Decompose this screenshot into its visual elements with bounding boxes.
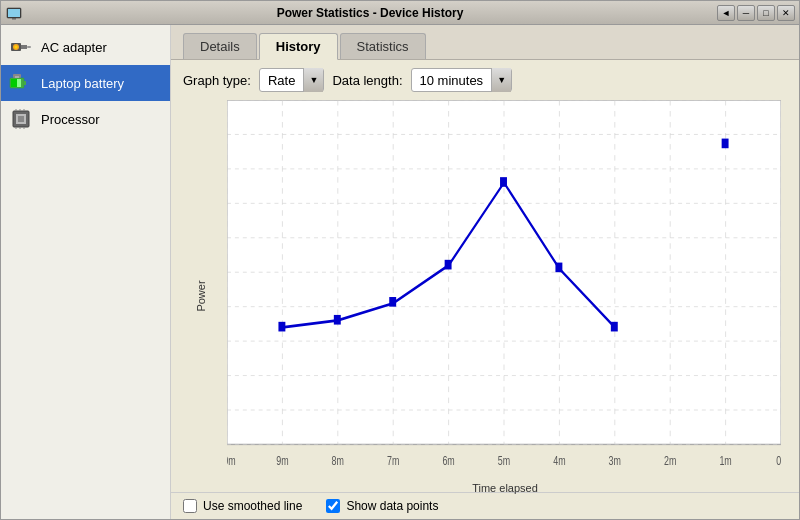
- tab-statistics[interactable]: Statistics: [340, 33, 426, 59]
- svg-text:8m: 8m: [332, 454, 344, 468]
- ac-adapter-icon: [9, 35, 33, 59]
- show-data-points-checkbox[interactable]: [326, 499, 340, 513]
- svg-rect-9: [24, 81, 26, 85]
- graph-type-label: Graph type:: [183, 73, 251, 88]
- sidebar-item-ac-adapter[interactable]: AC adapter: [1, 29, 170, 65]
- sidebar-item-laptop-battery[interactable]: Laptop battery: [1, 65, 170, 101]
- smoothed-line-label: Use smoothed line: [203, 499, 302, 513]
- svg-text:5m: 5m: [498, 454, 510, 468]
- svg-rect-5: [27, 46, 31, 48]
- app-icon: [5, 5, 23, 21]
- svg-rect-70: [389, 297, 396, 307]
- svg-rect-68: [278, 322, 285, 332]
- data-length-dropdown[interactable]: 10 minutes ▼: [411, 68, 513, 92]
- x-axis-label: Time elapsed: [472, 482, 538, 494]
- processor-icon: [9, 107, 33, 131]
- graph-type-dropdown[interactable]: Rate ▼: [259, 68, 324, 92]
- svg-rect-1: [8, 9, 20, 17]
- svg-text:9m: 9m: [276, 454, 288, 468]
- svg-text:6m: 6m: [442, 454, 454, 468]
- window-title: Power Statistics - Device History: [23, 6, 717, 20]
- tab-history[interactable]: History: [259, 33, 338, 60]
- svg-rect-11: [11, 79, 17, 87]
- sidebar-item-processor[interactable]: Processor: [1, 101, 170, 137]
- graph-area: Power Time elapsed: [183, 100, 787, 492]
- svg-text:2m: 2m: [664, 454, 676, 468]
- tab-bar: Details History Statistics: [171, 25, 799, 60]
- graph-container: Power Time elapsed: [171, 100, 799, 492]
- svg-rect-72: [500, 177, 507, 187]
- sidebar-item-processor-label: Processor: [41, 112, 100, 127]
- show-data-points-label: Show data points: [346, 499, 438, 513]
- svg-text:4m: 4m: [553, 454, 565, 468]
- svg-rect-73: [555, 263, 562, 273]
- back-button[interactable]: ◄: [717, 5, 735, 21]
- svg-rect-74: [611, 322, 618, 332]
- main-panel: Details History Statistics Graph type: R…: [171, 25, 799, 519]
- svg-rect-4: [21, 45, 27, 49]
- svg-text:10m: 10m: [227, 454, 236, 468]
- chart-svg: 20.0W 19.0W 18.0W 17.0W 16.0W 15.0W 14.0…: [227, 100, 781, 472]
- svg-rect-71: [445, 260, 452, 270]
- sidebar-item-laptop-battery-label: Laptop battery: [41, 76, 124, 91]
- close-button[interactable]: ✕: [777, 5, 795, 21]
- controls-bar: Graph type: Rate ▼ Data length: 10 minut…: [171, 60, 799, 100]
- y-axis-label: Power: [195, 278, 207, 314]
- titlebar-buttons: ◄ ─ □ ✕: [717, 5, 795, 21]
- maximize-button[interactable]: □: [757, 5, 775, 21]
- laptop-battery-icon: [9, 71, 33, 95]
- smoothed-line-item: Use smoothed line: [183, 499, 302, 513]
- svg-text:1m: 1m: [719, 454, 731, 468]
- minimize-button[interactable]: ─: [737, 5, 755, 21]
- tab-details[interactable]: Details: [183, 33, 257, 59]
- svg-rect-16: [18, 116, 24, 122]
- svg-text:7m: 7m: [387, 454, 399, 468]
- svg-rect-75: [722, 139, 729, 149]
- svg-rect-13: [15, 76, 19, 78]
- svg-rect-2: [12, 18, 16, 20]
- svg-point-7: [15, 46, 18, 49]
- window: Power Statistics - Device History ◄ ─ □ …: [0, 0, 800, 520]
- svg-rect-69: [334, 315, 341, 325]
- data-length-arrow: ▼: [491, 68, 511, 92]
- titlebar: Power Statistics - Device History ◄ ─ □ …: [1, 1, 799, 25]
- sidebar-item-ac-adapter-label: AC adapter: [41, 40, 107, 55]
- svg-text:3m: 3m: [609, 454, 621, 468]
- svg-text:0s: 0s: [776, 454, 781, 468]
- show-data-points-item: Show data points: [326, 499, 438, 513]
- data-length-value: 10 minutes: [412, 73, 492, 88]
- graph-type-value: Rate: [260, 73, 303, 88]
- graph-type-arrow: ▼: [303, 68, 323, 92]
- data-length-label: Data length:: [332, 73, 402, 88]
- content-area: AC adapter Laptop battery: [1, 25, 799, 519]
- smoothed-line-checkbox[interactable]: [183, 499, 197, 513]
- footer: Use smoothed line Show data points: [171, 492, 799, 519]
- sidebar: AC adapter Laptop battery: [1, 25, 171, 519]
